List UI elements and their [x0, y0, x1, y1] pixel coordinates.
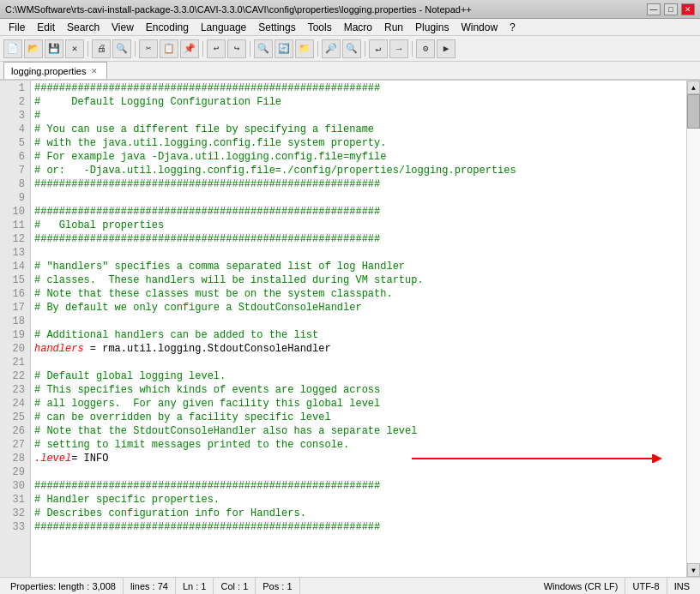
- toolbar-separator: [202, 41, 203, 57]
- line: [34, 246, 686, 260]
- menu-item-language[interactable]: Language: [196, 20, 251, 35]
- line-number: 32: [3, 507, 25, 520]
- line: [34, 315, 686, 328]
- minimize-button[interactable]: —: [647, 3, 661, 15]
- line-number: 16: [3, 287, 25, 301]
- menu-item-window[interactable]: Window: [456, 20, 503, 35]
- status-ln: Ln : 1: [176, 578, 214, 594]
- line: # By default we only configure a StdoutC…: [34, 301, 686, 315]
- menu-item-plugins[interactable]: Plugins: [410, 20, 454, 35]
- line: # Default Logging Configuration File: [34, 95, 686, 109]
- scroll-up-button[interactable]: ▲: [687, 81, 700, 94]
- line: # Note that these classes must be on the…: [34, 287, 686, 301]
- line-number: 33: [3, 520, 25, 534]
- status-mode: INS: [667, 578, 697, 594]
- red-arrow-annotation: [412, 454, 669, 463]
- toolbar-separator: [365, 41, 365, 57]
- line-number: 18: [3, 315, 25, 328]
- line-number: 28: [3, 452, 25, 465]
- line-number: 5: [3, 136, 25, 150]
- run-icon[interactable]: ▶: [437, 39, 456, 58]
- undo-icon[interactable]: ↩: [207, 39, 226, 58]
- find-files-icon[interactable]: 📁: [295, 39, 314, 58]
- toolbar-separator: [317, 41, 318, 57]
- title-bar-controls: — □ ✕: [647, 3, 695, 15]
- title-bar-text: C:\WMSoftware\rts-cavi-install-package-3…: [5, 4, 472, 15]
- line-number: 1: [3, 81, 25, 95]
- line-number: 4: [3, 123, 25, 136]
- maximize-button[interactable]: □: [664, 3, 678, 15]
- tab-close-button[interactable]: ✕: [89, 67, 100, 75]
- find-icon[interactable]: 🔍: [254, 39, 273, 58]
- menu-item-search[interactable]: Search: [62, 20, 105, 35]
- line: ########################################…: [34, 81, 686, 95]
- menu-item-encoding[interactable]: Encoding: [141, 20, 194, 35]
- line-number: 31: [3, 493, 25, 507]
- line-number: 24: [3, 397, 25, 411]
- paste-icon[interactable]: 📌: [180, 39, 199, 58]
- scroll-down-button[interactable]: ▼: [687, 563, 700, 577]
- new-file-icon[interactable]: 📄: [3, 39, 22, 58]
- line: ########################################…: [34, 177, 686, 191]
- scroll-thumb[interactable]: [687, 94, 700, 129]
- editor-content[interactable]: ########################################…: [31, 81, 686, 577]
- status-encoding: UTF-8: [625, 578, 667, 594]
- toolbar-separator: [412, 41, 413, 57]
- print-preview-icon[interactable]: 🔍: [112, 39, 131, 58]
- line-number: 20: [3, 342, 25, 356]
- line: ########################################…: [34, 205, 686, 219]
- menu-item-?[interactable]: ?: [504, 20, 521, 35]
- line-number: 26: [3, 424, 25, 438]
- replace-icon[interactable]: 🔄: [275, 39, 293, 58]
- line: # Handler specific properties.: [34, 493, 686, 507]
- menu-item-settings[interactable]: Settings: [253, 20, 300, 35]
- menu-item-edit[interactable]: Edit: [32, 20, 60, 35]
- open-file-icon[interactable]: 📂: [24, 39, 43, 58]
- close-file-icon[interactable]: ✕: [65, 39, 84, 58]
- level-line-container: .level= INFO: [34, 452, 686, 465]
- line-number: 23: [3, 383, 25, 397]
- redo-icon[interactable]: ↪: [227, 39, 246, 58]
- wordwrap-icon[interactable]: ↵: [369, 39, 388, 58]
- status-lines: lines : 74: [124, 578, 176, 594]
- line-number: 14: [3, 260, 25, 273]
- menu-item-view[interactable]: View: [106, 20, 139, 35]
- line-number: 17: [3, 301, 25, 315]
- line: ########################################…: [34, 232, 686, 246]
- vertical-scrollbar[interactable]: ▲ ▼: [686, 81, 700, 577]
- close-button[interactable]: ✕: [681, 3, 695, 15]
- line: # setting to limit messages printed to t…: [34, 438, 686, 452]
- editor-container: 1234567891011121314151617181920212223242…: [0, 81, 700, 577]
- menu-item-run[interactable]: Run: [379, 20, 408, 35]
- zoom-out-icon[interactable]: 🔍: [342, 39, 361, 58]
- status-line-ending: Windows (CR LF): [537, 578, 626, 594]
- zoom-in-icon[interactable]: 🔎: [322, 39, 341, 58]
- menu-item-macro[interactable]: Macro: [339, 20, 377, 35]
- menu-item-tools[interactable]: Tools: [303, 20, 337, 35]
- line-numbers: 1234567891011121314151617181920212223242…: [0, 81, 31, 577]
- line: # or: -Djava.util.logging.config.file=./…: [34, 164, 686, 177]
- title-bar: C:\WMSoftware\rts-cavi-install-package-3…: [0, 0, 700, 19]
- menu-item-file[interactable]: File: [3, 20, 30, 35]
- scroll-track[interactable]: [687, 94, 700, 563]
- line: [34, 465, 686, 479]
- line: # You can use a different file by specif…: [34, 123, 686, 136]
- save-file-icon[interactable]: 💾: [45, 39, 63, 58]
- toolbar-separator: [135, 41, 136, 57]
- toolbar-separator: [250, 41, 250, 57]
- line-number: 6: [3, 150, 25, 164]
- tab-logging-properties[interactable]: logging.properties ✕: [3, 62, 107, 79]
- line: # Describes configuration info for Handl…: [34, 507, 686, 520]
- line: # Global properties: [34, 219, 686, 232]
- line: # Additional handlers can be added to th…: [34, 328, 686, 342]
- line-number: 15: [3, 273, 25, 287]
- macro-icon[interactable]: ⚙: [416, 39, 435, 58]
- print-icon[interactable]: 🖨: [92, 39, 111, 58]
- line-number: 3: [3, 109, 25, 123]
- line-number: 7: [3, 164, 25, 177]
- line-number: 21: [3, 356, 25, 369]
- line-number: 2: [3, 95, 25, 109]
- cut-icon[interactable]: ✂: [139, 39, 158, 58]
- copy-icon[interactable]: 📋: [160, 39, 178, 58]
- indent-icon[interactable]: →: [389, 39, 408, 58]
